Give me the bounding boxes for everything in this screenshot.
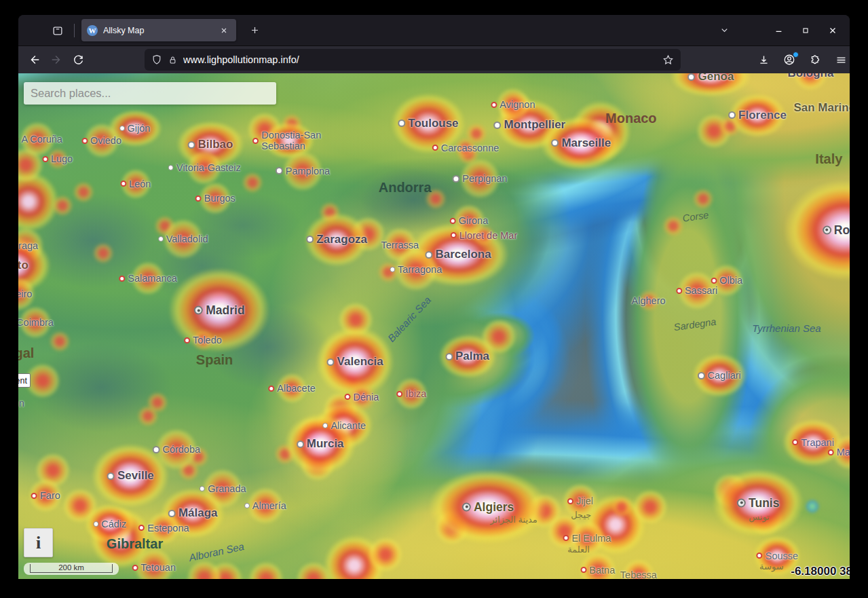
firefox-view-icon[interactable]: [47, 21, 69, 40]
close-window-button[interactable]: [823, 22, 843, 39]
map-label-coimbra: Coimbra: [18, 317, 54, 328]
map-label-sousse: Sousse: [757, 550, 798, 561]
map-label-olbia: Olbia: [711, 275, 742, 286]
account-icon[interactable]: [778, 50, 800, 69]
city-marker-icon: [445, 353, 453, 360]
city-marker-icon: [676, 288, 682, 294]
city-marker-icon: [31, 493, 37, 499]
map-label-toulouse: Toulouse: [398, 117, 458, 130]
city-marker-icon: [252, 138, 259, 144]
city-marker-icon: [425, 251, 432, 259]
map-label-burgos: Burgos: [195, 193, 235, 204]
city-marker-icon: [195, 195, 202, 202]
downloads-icon[interactable]: [753, 50, 774, 69]
extensions-puzzle-icon[interactable]: [804, 50, 826, 69]
map-label-m-laga: Málaga: [168, 506, 218, 520]
lock-icon[interactable]: [168, 55, 178, 65]
map-label-aveiro: Aveiro: [18, 288, 32, 299]
map-label-toledo: Toledo: [184, 335, 222, 345]
search-input[interactable]: [24, 82, 276, 105]
bookmark-star-icon[interactable]: [662, 54, 674, 66]
city-marker-icon: [757, 553, 763, 559]
city-marker-icon: [450, 218, 456, 224]
city-marker-icon: [322, 423, 328, 428]
window-controls: [714, 22, 850, 39]
map-label-terrassa: Terrassa: [381, 240, 419, 250]
map-label-andorra: Andorra: [379, 179, 432, 195]
map-canvas[interactable]: A CoruñaGijónOviedoLugoLeónBurgosBilbaoD…: [18, 73, 850, 579]
city-marker-icon: [344, 394, 350, 400]
city-marker-icon: [491, 102, 497, 108]
map-label-label: تونس: [749, 511, 770, 521]
city-marker-icon: [397, 391, 403, 397]
city-marker-icon: [152, 446, 159, 453]
city-marker-icon: [158, 236, 164, 242]
map-label-braga: Braga: [18, 240, 38, 251]
city-marker-icon: [168, 165, 174, 170]
map-label-porto: Porto: [18, 259, 29, 272]
map-label-label: جيجل: [571, 509, 591, 519]
map-label-tyrrhenian-sea: Tyrrhenian Sea: [752, 322, 820, 334]
map-label-bilbao: Bilbao: [187, 138, 233, 151]
map-label-vitoria-gasteiz: Vitoria-Gasteiz: [168, 162, 241, 173]
map-label-oviedo: Oviedo: [81, 135, 121, 146]
city-marker-icon: [81, 138, 88, 144]
map-label-genoa: Genoa: [687, 73, 734, 83]
city-marker-icon: [306, 236, 314, 243]
new-tab-button[interactable]: [244, 21, 265, 40]
map-label-alghero: Alghero: [632, 295, 666, 306]
map-label-salamanca: Salamanca: [119, 273, 177, 284]
city-marker-icon: [551, 139, 559, 147]
list-all-tabs-chevron-icon[interactable]: [714, 22, 734, 39]
city-marker-icon: [184, 337, 190, 343]
map-label-cagliari: Cagliari: [698, 370, 741, 381]
edge-popup[interactable]: ent: [18, 373, 31, 388]
browser-window: W Allsky Map: [18, 15, 850, 579]
map-label-granada: Granada: [200, 483, 246, 494]
map-label-ibiza: Ibiza: [397, 388, 427, 399]
navigation-toolbar: www.lighpollutionmap.info/: [18, 45, 850, 73]
back-button[interactable]: [24, 50, 45, 69]
city-marker-icon: [268, 386, 274, 392]
city-marker-icon: [451, 232, 457, 238]
map-label-tunis: Tunis: [737, 496, 779, 510]
tab-allsky-map[interactable]: W Allsky Map: [81, 19, 236, 41]
minimize-button[interactable]: [768, 22, 789, 39]
map-label-madrid: Madrid: [194, 303, 244, 318]
map-label-perpignan: Perpignan: [452, 173, 507, 184]
city-marker-icon: [187, 141, 195, 149]
city-marker-icon: [200, 486, 205, 491]
map-label-carcassonne: Carcassonne: [432, 143, 499, 153]
city-marker-icon: [823, 225, 831, 234]
city-marker-icon: [120, 181, 126, 187]
city-marker-icon: [563, 535, 569, 541]
map-label-label: العلمة: [567, 544, 590, 555]
map-label-pamplona: Pamplona: [276, 166, 330, 176]
map-label-balearic-sea: Balearic Sea: [385, 294, 433, 344]
map-label-roma: Roma: [823, 223, 850, 237]
map-label-layer: A CoruñaGijónOviedoLugoLeónBurgosBilbaoD…: [18, 73, 850, 579]
tab-close-icon[interactable]: [217, 24, 231, 37]
maximize-button[interactable]: [795, 22, 816, 39]
shield-icon[interactable]: [151, 54, 162, 65]
tabbar-separator: [74, 24, 75, 37]
map-label-sardegna: Sardegna: [673, 316, 717, 333]
map-label-a-coru-a: A Coruña: [18, 134, 62, 145]
map-label-gij-n: Gijón: [119, 123, 151, 134]
city-marker-icon: [327, 358, 335, 366]
reload-button[interactable]: [67, 50, 89, 69]
url-bar[interactable]: www.lighpollutionmap.info/: [145, 49, 681, 71]
city-marker-icon: [567, 498, 573, 504]
tab-title: Allsky Map: [103, 26, 217, 35]
city-marker-icon: [119, 126, 125, 131]
map-label-albacete: Albacete: [268, 383, 315, 394]
url-text[interactable]: www.lighpollutionmap.info/: [183, 54, 662, 65]
map-label-almer-a: Almería: [244, 500, 286, 511]
city-marker-icon: [297, 441, 304, 448]
menu-hamburger-icon[interactable]: [830, 50, 850, 69]
tab-bar: W Allsky Map: [18, 15, 850, 45]
forward-button[interactable]: [45, 50, 67, 69]
map-label-batna: Batna: [580, 565, 615, 576]
info-button[interactable]: i: [24, 528, 53, 557]
map-label-gibraltar: Gibraltar: [107, 536, 163, 552]
